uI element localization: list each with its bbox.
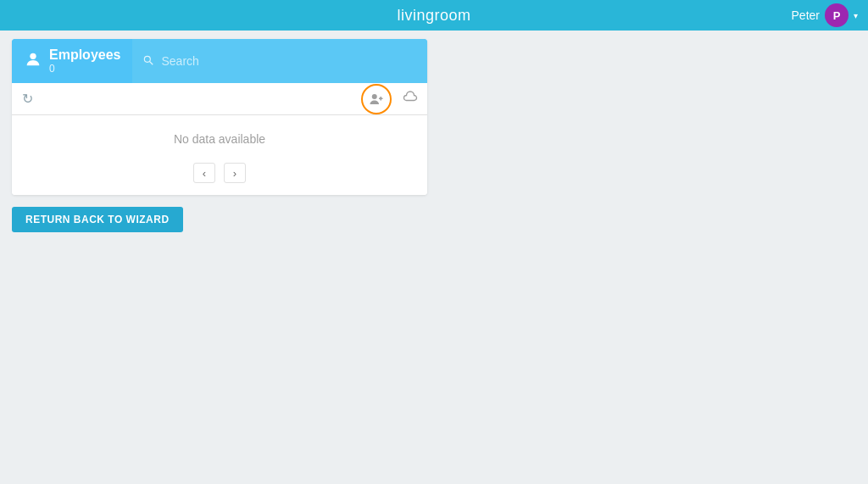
no-data-message: No data available	[12, 115, 427, 154]
svg-point-1	[145, 56, 151, 62]
chevron-down-icon: ▾	[854, 11, 858, 20]
panel-title-text: Employees 0	[49, 47, 120, 75]
main-content: Employees 0 ↻	[0, 31, 868, 241]
panel-toolbar: ↻	[12, 83, 427, 115]
data-table: No data available ‹ ›	[12, 115, 427, 195]
return-to-wizard-button[interactable]: RETURN BACK TO WIZARD	[12, 207, 183, 232]
cloud-upload-icon[interactable]	[402, 89, 419, 108]
app-title: livingroom	[397, 7, 470, 25]
refresh-icon[interactable]: ↻	[20, 89, 35, 108]
user-menu[interactable]: Peter P ▾	[792, 3, 858, 27]
pagination-prev-button[interactable]: ‹	[193, 163, 215, 183]
svg-line-2	[150, 61, 153, 64]
panel-header: Employees 0	[12, 39, 427, 83]
employees-panel: Employees 0 ↻	[12, 39, 427, 195]
panel-count: 0	[49, 63, 120, 75]
panel-title-label: Employees	[49, 47, 120, 63]
add-user-button[interactable]	[361, 84, 392, 114]
user-name: Peter	[792, 8, 820, 22]
search-section[interactable]	[132, 39, 427, 83]
person-icon	[24, 50, 42, 73]
search-icon	[142, 54, 154, 69]
search-input[interactable]	[161, 54, 417, 68]
navbar: livingroom Peter P ▾	[0, 0, 868, 31]
pagination-next-button[interactable]: ›	[224, 163, 246, 183]
svg-point-0	[30, 53, 36, 58]
panel-title-section: Employees 0	[12, 39, 132, 83]
pagination: ‹ ›	[12, 154, 427, 195]
svg-point-3	[372, 94, 377, 99]
avatar: P	[825, 3, 849, 27]
